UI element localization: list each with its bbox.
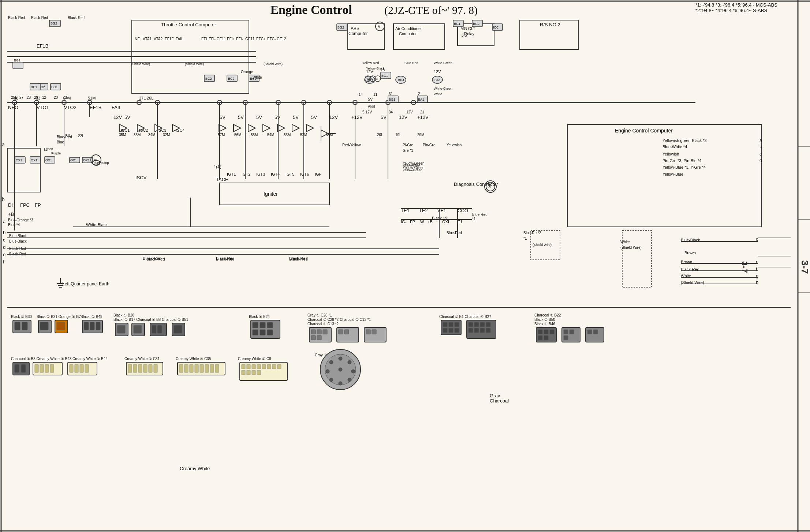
svg-point-325 — [339, 382, 342, 385]
svg-rect-251 — [486, 322, 490, 327]
svg-text:19L: 19L — [395, 133, 402, 137]
svg-text:Yellowish: Yellowish — [447, 143, 462, 147]
svg-text:b: b — [2, 196, 5, 202]
svg-text:21L: 21L — [65, 134, 71, 138]
svg-rect-230 — [323, 330, 327, 334]
svg-point-322 — [348, 360, 351, 364]
svg-text:18: 18 — [381, 68, 385, 72]
svg-text:Black-Red: Black-Red — [31, 16, 48, 20]
svg-text:Blue-Black: Blue-Black — [9, 239, 27, 243]
svg-rect-278 — [40, 364, 44, 372]
svg-point-329 — [339, 368, 342, 371]
svg-text:BG2: BG2 — [14, 59, 20, 62]
svg-text:*1:~'94.8  *3:~'96.4  *5:'96.4: *1:~'94.8 *3:~'96.4 *5:'96.4~ MCS-ABS — [695, 2, 777, 8]
svg-rect-246 — [455, 328, 459, 333]
svg-point-321 — [339, 357, 342, 360]
svg-text:GE11: GE11 — [245, 37, 255, 41]
svg-text:⊕: ⊕ — [94, 158, 97, 162]
wiring-diagram-svg: 3-7 Engine Control (2JZ-GTE of~' 97. 8) … — [0, 0, 810, 532]
svg-text:Yellowish: Yellowish — [662, 152, 679, 156]
svg-rect-237 — [366, 330, 370, 334]
svg-rect-298 — [190, 364, 193, 372]
svg-text:5V: 5V — [124, 115, 130, 120]
svg-text:Charcoal: Charcoal — [490, 398, 509, 404]
svg-text:(Shield Wire): (Shield Wire) — [533, 243, 552, 247]
svg-text:Air Conditioner: Air Conditioner — [395, 26, 422, 31]
svg-text:2: 2 — [418, 92, 420, 96]
svg-text:5V: 5V — [293, 115, 299, 120]
svg-text:Charcoal ① C13 *2: Charcoal ① C13 *2 — [307, 322, 339, 326]
svg-text:Yellow-Blue: Yellow-Blue — [403, 164, 420, 167]
svg-rect-279 — [45, 364, 49, 372]
svg-text:53M: 53M — [284, 133, 291, 137]
svg-rect-232 — [317, 336, 321, 340]
svg-rect-245 — [449, 328, 453, 333]
svg-text:Throttle Control Computer: Throttle Control Computer — [161, 22, 216, 27]
svg-text:FP: FP — [410, 220, 415, 224]
svg-text:12V: 12V — [113, 115, 122, 120]
svg-text:BC1: BC1 — [51, 85, 58, 89]
svg-text:20: 20 — [54, 95, 58, 100]
svg-rect-213 — [157, 325, 162, 333]
svg-rect-222 — [260, 330, 265, 335]
svg-text:Pin-Gre *3, Pin-Ble *4: Pin-Gre *3, Pin-Ble *4 — [662, 158, 701, 163]
svg-text:Yellow-Red: Yellow-Red — [362, 61, 379, 65]
svg-text:Black ① B50: Black ① B50 — [534, 318, 555, 322]
svg-text:IGT5: IGT5 — [285, 172, 294, 176]
svg-rect-197 — [40, 322, 48, 330]
svg-point-326 — [329, 378, 333, 382]
svg-rect-254 — [480, 328, 485, 333]
svg-text:+12V: +12V — [417, 115, 429, 120]
svg-rect-231 — [311, 336, 316, 340]
svg-text:e: e — [3, 252, 5, 257]
svg-text:OX1: OX1 — [31, 158, 37, 162]
svg-text:Blue-White *4: Blue-White *4 — [662, 145, 687, 149]
svg-text:E1: E1 — [458, 220, 462, 224]
svg-text:34M: 34M — [148, 133, 155, 137]
svg-text:d: d — [3, 244, 5, 250]
svg-text:BG2: BG2 — [337, 26, 344, 29]
svg-text:FAIL: FAIL — [112, 105, 122, 110]
svg-text:FAIL: FAIL — [176, 37, 183, 41]
svg-text:Computer: Computer — [399, 31, 417, 36]
svg-text:Igniter: Igniter — [264, 191, 278, 197]
svg-text:ICC: ICC — [493, 26, 499, 29]
svg-rect-303 — [215, 364, 219, 372]
svg-text:VTA1: VTA1 — [143, 37, 152, 41]
svg-rect-199 — [57, 322, 65, 330]
svg-rect-228 — [311, 330, 316, 334]
svg-text:BG2: BG2 — [473, 22, 479, 26]
svg-text:Purple: Purple — [51, 151, 61, 155]
svg-text:Yellow-Green: Yellow-Green — [403, 168, 422, 172]
svg-rect-314 — [242, 370, 245, 375]
svg-text:b: b — [759, 144, 762, 149]
svg-rect-221 — [253, 330, 258, 335]
svg-rect-277 — [35, 364, 38, 372]
svg-point-323 — [351, 370, 355, 373]
svg-text:(Shield Wire): (Shield Wire) — [185, 62, 204, 66]
svg-rect-202 — [84, 322, 89, 330]
svg-text:TACH: TACH — [216, 177, 228, 182]
svg-text:a: a — [759, 138, 762, 143]
svg-text:Blue-Orange *3: Blue-Orange *3 — [8, 218, 33, 222]
svg-text:BA1: BA1 — [434, 78, 441, 82]
svg-text:a: a — [2, 142, 5, 147]
svg-rect-292 — [149, 364, 152, 372]
svg-text:20L: 20L — [377, 133, 383, 137]
svg-rect-268 — [564, 336, 568, 340]
svg-text:V: V — [378, 24, 381, 29]
svg-rect-308 — [252, 364, 255, 369]
svg-rect-250 — [480, 322, 485, 327]
svg-rect-262 — [550, 330, 554, 334]
svg-rect-307 — [247, 364, 250, 369]
svg-text:IGT1: IGT1 — [227, 172, 236, 176]
svg-text:Creamy White ① C31: Creamy White ① C31 — [124, 357, 160, 361]
svg-rect-260 — [538, 330, 542, 334]
svg-text:12: 12 — [44, 148, 48, 151]
svg-rect-244 — [443, 328, 447, 333]
svg-text:5V: 5V — [381, 115, 387, 120]
svg-rect-203 — [90, 322, 94, 330]
svg-text:c: c — [759, 151, 762, 157]
svg-text:EFI-: EFI- — [236, 37, 243, 41]
svg-rect-238 — [372, 330, 376, 334]
